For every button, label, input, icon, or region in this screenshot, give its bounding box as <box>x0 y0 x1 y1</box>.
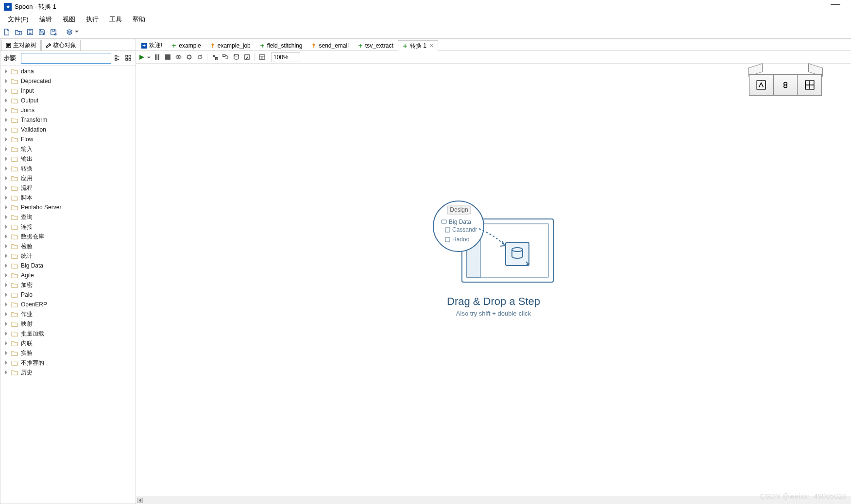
menu-file[interactable]: 文件(F) <box>3 14 34 25</box>
box-decor <box>749 67 822 96</box>
scroll-left-button[interactable] <box>137 498 143 503</box>
new-file-button[interactable] <box>2 27 12 37</box>
tree-item[interactable]: 输入 <box>0 144 136 154</box>
tree-item-label: OpenERP <box>21 301 47 308</box>
pause-button[interactable] <box>153 53 161 62</box>
tree-item-label: Agile <box>21 272 34 279</box>
editor-tab[interactable]: tsv_extract <box>353 40 398 50</box>
menu-help[interactable]: 帮助 <box>128 14 150 25</box>
impact-button[interactable] <box>221 53 230 62</box>
tree-item[interactable]: 检验 <box>0 241 136 251</box>
canvas[interactable]: Design Big Data Cassandr Hadoo Drag & Dr… <box>136 64 851 496</box>
tree-item[interactable]: 查询 <box>0 212 136 222</box>
tree-item[interactable]: 输出 <box>0 154 136 164</box>
tree-item[interactable]: 历史 <box>0 368 136 377</box>
tree-item-label: Transform <box>21 117 47 123</box>
tree-item-label: Output <box>21 97 38 104</box>
tree-item[interactable]: Output <box>0 96 136 105</box>
tree-item[interactable]: Flow <box>0 134 136 144</box>
tree-item[interactable]: 连接 <box>0 222 136 232</box>
svg-rect-18 <box>259 55 264 59</box>
sidebar-tab-core-objects[interactable]: 核心对象 <box>41 40 81 50</box>
tree-item[interactable]: 批量加载 <box>0 329 136 338</box>
debug-button[interactable] <box>185 53 193 62</box>
show-results-button[interactable] <box>257 53 266 62</box>
menu-run[interactable]: 执行 <box>81 14 103 25</box>
run-button[interactable] <box>138 53 146 61</box>
perspective-button[interactable] <box>64 27 75 37</box>
tree-item-label: 脚本 <box>21 194 33 202</box>
tree-item[interactable]: dana <box>0 67 136 76</box>
tree-item[interactable]: Pentaho Server <box>0 202 136 212</box>
tree-item-label: Joins <box>21 107 34 114</box>
menu-tools[interactable]: 工具 <box>104 14 127 25</box>
svg-point-16 <box>234 54 238 56</box>
menu-view[interactable]: 视图 <box>58 14 80 25</box>
tree-item[interactable]: Transform <box>0 115 136 125</box>
editor-tab[interactable]: ✦欢迎! <box>137 40 167 50</box>
svg-point-14 <box>187 55 190 59</box>
svg-rect-3 <box>115 58 117 60</box>
zoom-select[interactable] <box>271 52 300 62</box>
steps-search-bar: 步骤 <box>0 51 136 66</box>
editor-tab-label: example <box>179 42 201 49</box>
tree-item[interactable]: Input <box>0 86 136 96</box>
save-button[interactable] <box>37 27 47 37</box>
svg-rect-2 <box>115 55 117 57</box>
menu-edit[interactable]: 编辑 <box>34 14 57 25</box>
sql-button[interactable] <box>232 53 240 62</box>
explore-button[interactable] <box>25 27 35 37</box>
sidebar: 主对象树 核心对象 步骤 danaDeprecatedInputOutputJo… <box>0 39 136 504</box>
expand-all-button[interactable] <box>113 54 122 63</box>
editor-tab[interactable]: example <box>167 40 205 50</box>
steps-search-input[interactable] <box>21 53 111 64</box>
collapse-all-button[interactable] <box>124 54 133 63</box>
close-tab-icon[interactable]: ✕ <box>429 43 434 49</box>
tree-item[interactable]: Agile <box>0 270 136 280</box>
tree-item[interactable]: Palo <box>0 290 136 300</box>
tree-item[interactable]: 内联 <box>0 338 136 348</box>
tree-item[interactable]: 脚本 <box>0 193 136 202</box>
wrench-icon <box>46 43 51 48</box>
tree-item[interactable]: 加密 <box>0 280 136 290</box>
tree-item[interactable]: 映射 <box>0 319 136 329</box>
tree-item-label: Big Data <box>21 262 43 269</box>
tree-item[interactable]: 转换 <box>0 164 136 173</box>
horizontal-scrollbar[interactable] <box>136 496 851 504</box>
sidebar-tab-label: 主对象树 <box>13 41 36 50</box>
save-as-button[interactable] <box>49 27 58 37</box>
tree-item[interactable]: 统计 <box>0 251 136 261</box>
tree-item[interactable]: OpenERP <box>0 300 136 309</box>
tree-item-label: 应用 <box>21 174 33 183</box>
verify-button[interactable] <box>210 53 219 62</box>
tree-item[interactable]: 不推荐的 <box>0 358 136 368</box>
editor-tab[interactable]: 转换 1✕ <box>398 40 438 51</box>
replay-button[interactable] <box>195 53 204 62</box>
steps-tree[interactable]: danaDeprecatedInputOutputJoinsTransformV… <box>0 66 136 504</box>
editor-tab[interactable]: field_stitching <box>255 40 307 50</box>
editor-tab[interactable]: example_job <box>205 40 255 50</box>
tree-item[interactable]: Validation <box>0 125 136 134</box>
menubar: 文件(F) 编辑 视图 执行 工具 帮助 <box>0 14 851 25</box>
tree-item[interactable]: 数据仓库 <box>0 232 136 241</box>
tree-item-label: 历史 <box>21 369 33 377</box>
open-button[interactable] <box>14 27 23 37</box>
editor-tab[interactable]: send_email <box>306 40 353 50</box>
preview-button[interactable] <box>174 53 183 62</box>
run-options-dropdown[interactable] <box>147 56 151 59</box>
tree-item[interactable]: 应用 <box>0 173 136 183</box>
tree-item[interactable]: Big Data <box>0 261 136 270</box>
tree-item[interactable]: Deprecated <box>0 76 136 86</box>
tree-item[interactable]: 流程 <box>0 183 136 193</box>
tree-item[interactable]: 实验 <box>0 348 136 358</box>
tree-item[interactable]: Joins <box>0 105 136 115</box>
stop-button[interactable] <box>163 53 172 62</box>
svg-text:Big Data: Big Data <box>449 218 471 225</box>
tree-item-label: 统计 <box>21 252 33 260</box>
placeholder-title: Drag & Drop a Step <box>433 295 554 308</box>
svg-rect-19 <box>757 81 766 89</box>
explore-db-button[interactable] <box>242 53 251 62</box>
minimize-icon[interactable] <box>831 4 840 5</box>
tree-item[interactable]: 作业 <box>0 309 136 319</box>
sidebar-tab-main-tree[interactable]: 主对象树 <box>1 40 41 50</box>
